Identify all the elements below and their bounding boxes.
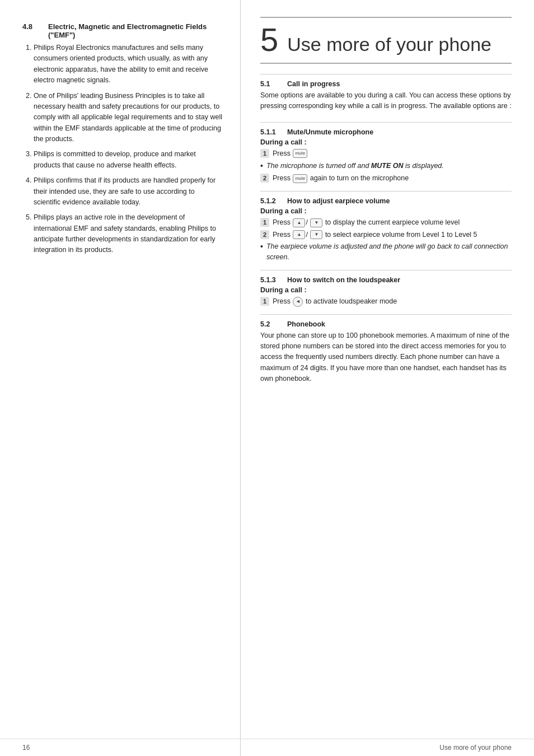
vol-up-icon-2: ▲ (293, 230, 305, 239)
section-5-1-3: 5.1.3 How to switch on the loudspeaker D… (260, 270, 512, 309)
vol-down-icon-2: ▼ (310, 230, 322, 239)
section-5-1-2-title: How to adjust earpiece volume (287, 197, 390, 205)
section-4-8-num: 4.8 (22, 22, 43, 39)
ls-step-1-text: Press ◄ to activate loudspeaker mode (273, 296, 512, 307)
section-5-2-heading: 5.2 Phonebook (260, 320, 512, 328)
step-badge-1: 1 (260, 149, 269, 158)
chapter-5-header: 5 Use more of your phone (260, 17, 512, 64)
section-5-1-heading: 5.1 Call in progress (260, 80, 512, 88)
right-column: 5 Use more of your phone 5.1 Call in pro… (241, 0, 534, 756)
mute-key-icon: mute (293, 149, 307, 158)
vol-bullet-text: The earpiece volume is adjusted and the … (266, 241, 512, 263)
page-number: 16 (22, 744, 30, 752)
step-badge-2: 2 (260, 174, 269, 183)
during-call-mute: During a call : (260, 138, 512, 146)
section-5-1-2-heading: 5.1.2 How to adjust earpiece volume (260, 197, 512, 205)
during-call-vol: During a call : (260, 207, 512, 215)
mute-bullet-item: • The microphone is turned off and MUTE … (260, 161, 512, 172)
section-4-8-list: Philips Royal Electronics manufactures a… (22, 43, 223, 260)
vol-bullet-item: • The earpiece volume is adjusted and th… (260, 241, 512, 263)
chapter-num: 5 (260, 24, 278, 56)
section-5-2-title: Phonebook (287, 320, 325, 328)
section-4-8-title: Electric, Magnetic and Electromagnetic F… (48, 22, 223, 39)
mute-step-2-text: Press mute again to turn on the micropho… (273, 173, 512, 184)
section-5-1-1-title: Mute/Unmute microphone (287, 128, 373, 136)
list-item: Philips Royal Electronics manufactures a… (34, 43, 223, 86)
section-5-2-num: 5.2 (260, 320, 283, 328)
step-badge-ls1: 1 (260, 297, 269, 306)
step-badge-v2: 2 (260, 230, 269, 239)
section-5-1-3-title: How to switch on the loudspeaker (287, 276, 400, 284)
mute-bullet-text: The microphone is turned off and MUTE ON… (266, 161, 444, 172)
mute-step-2: 2 Press mute again to turn on the microp… (260, 173, 512, 184)
vol-down-icon: ▼ (310, 218, 322, 227)
mute-step-1: 1 Press mute (260, 148, 512, 159)
vol-step-1: 1 Press ▲/ ▼ to display the current earp… (260, 217, 512, 228)
loudspeaker-key-icon: ◄ (293, 297, 303, 307)
section-5-1-2: 5.1.2 How to adjust earpiece volume Duri… (260, 191, 512, 264)
list-item: Philips is committed to develop, produce… (34, 149, 223, 171)
left-column: 4.8 Electric, Magnetic and Electromagnet… (0, 0, 241, 756)
step-badge-v1: 1 (260, 218, 269, 227)
section-5-1-num: 5.1 (260, 80, 283, 88)
vol-step-1-text: Press ▲/ ▼ to display the current earpie… (273, 217, 512, 228)
section-4-8-heading: 4.8 Electric, Magnetic and Electromagnet… (22, 22, 223, 39)
section-5-1-body: Some options are available to you during… (260, 90, 512, 112)
mute-key-icon-2: mute (293, 174, 307, 183)
section-5-1-1: 5.1.1 Mute/Unmute microphone During a ca… (260, 122, 512, 185)
vol-up-icon: ▲ (293, 218, 305, 227)
mute-step-1-text: Press mute (273, 148, 512, 159)
list-item: Philips plays an active role in the deve… (34, 212, 223, 256)
during-call-ls: During a call : (260, 286, 512, 294)
chapter-title: Use more of your phone (287, 34, 491, 55)
section-5-2: 5.2 Phonebook Your phone can store up to… (260, 314, 512, 389)
vol-step-2-text: Press ▲/ ▼ to select earpiece volume fro… (273, 230, 512, 240)
section-5-2-body: Your phone can store up to 100 phonebook… (260, 330, 512, 385)
list-item: Philips confirms that if its products ar… (34, 175, 223, 208)
section-5-1: 5.1 Call in progress Some options are av… (260, 74, 512, 116)
page-footer: 16 Use more of your phone (0, 739, 534, 756)
section-5-1-2-num: 5.1.2 (260, 197, 283, 205)
section-5-1-3-heading: 5.1.3 How to switch on the loudspeaker (260, 276, 512, 284)
section-5-1-title: Call in progress (287, 80, 340, 88)
list-item: One of Philips' leading Business Princip… (34, 91, 223, 145)
section-5-1-1-num: 5.1.1 (260, 128, 283, 136)
section-5-1-3-num: 5.1.3 (260, 276, 283, 284)
ls-step-1: 1 Press ◄ to activate loudspeaker mode (260, 296, 512, 307)
footer-title: Use more of your phone (439, 744, 512, 752)
section-5-1-1-heading: 5.1.1 Mute/Unmute microphone (260, 128, 512, 136)
vol-step-2: 2 Press ▲/ ▼ to select earpiece volume f… (260, 230, 512, 240)
